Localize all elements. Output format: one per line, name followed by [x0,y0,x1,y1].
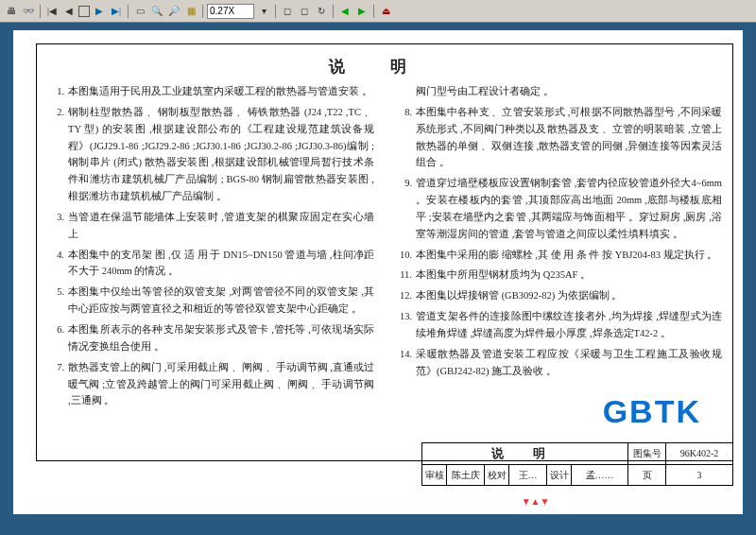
page-prev-icon[interactable]: ◀ [61,4,77,19]
separator [202,5,203,18]
tb-c7: 页 [628,465,666,485]
binoculars-icon[interactable]: 👓 [21,4,36,19]
list-item: 12.本图集以焊接钢管 (GB3092-82) 为依据编制 。 [395,287,722,304]
list-item: 13.管道支架各件的连接除图中缧纹连接者外 ,均为焊接 ,焊缝型式为连续堆角焊缝… [395,308,722,342]
item-number: 8. [395,104,412,171]
page: 说 明 1.本图集适用于民用及工业建筑室内采暖工程的散热器与管道安装 。2.钢制… [13,30,743,514]
list-item: 3.当管道在保温节能墙体上安装时 ,管道支架的棋聚应固定在实心墙上 [47,209,374,243]
tb-c1: 审核 [422,465,447,485]
item-text: 管道穿过墙壁楼板应设置钢制套管 ,套管内径应较管道外径大4~6mm 。安装在楼板… [416,175,722,242]
item-number: 2. [47,104,64,205]
item-number: 13. [395,308,412,342]
separator [275,5,276,18]
list-item: 10.本图集中采用的膨 缩螺栓 ,其 使 用 条 件 按 YBJ204-83 规… [395,247,722,264]
item-text: 本图集以焊接钢管 (GB3092-82) 为依据编制 。 [416,287,722,304]
tool-b-icon[interactable]: ◻ [297,4,312,19]
item-number: 7. [47,359,64,410]
page-box-icon[interactable] [78,6,90,17]
close-icon[interactable]: ⏏ [378,4,393,19]
item-text: 采暖散热器及管道安装工程应按《采暖与卫生工程施工及验收规范》(GBJ242-82… [416,346,722,380]
item-text: 本图集中采用的膨 缩螺栓 ,其 使 用 条 件 按 YBJ204-83 规定执行… [416,247,722,264]
list-item: 5.本图集中仅绘出等管径的双管支架 ,对两管管径不同的双管支架 ,其中心距应按与… [47,284,374,318]
tb-c3: 校对 [485,465,509,485]
item-text: 当管道在保温节能墙体上安装时 ,管道支架的棋聚应固定在实心墙上 [68,209,374,243]
tb-c5: 设计 [547,465,572,485]
item-text: 阀门型号由工程设计者确定 。 [416,83,722,100]
item-text: 本图集适用于民用及工业建筑室内采暖工程的散热器与管道安装 。 [68,83,374,100]
separator [373,5,374,18]
item-number: 6. [47,321,64,355]
separator [128,5,129,18]
tool-c-icon[interactable]: ↻ [314,4,329,19]
grid-icon[interactable]: ▦ [183,4,198,19]
footer: ▼▲▼ HTTP://WWW.CHINABUILDING.COM.CN [13,494,743,509]
toolbar: 🖶 👓 |◀ ◀ ▶ ▶| ▭ 🔍 🔎 ▦ ▾ ◻ ◻ ↻ ◀ ▶ ⏏ [0,0,756,23]
item-text: 本图集中所用型钢材质均为 Q235AF 。 [416,267,722,284]
item-text: 本图集中各种支 、立管安装形式 ,可根据不同散热器型号 ,不同采暖系统形式 ,不… [416,104,722,171]
item-number: 14. [395,346,412,380]
document-viewer: 说 明 1.本图集适用于民用及工业建筑室内采暖工程的散热器与管道安装 。2.钢制… [0,23,756,535]
item-text: 散热器支管上的阀门 ,可采用截止阀 、闸阀 、手动调节阀 ,直通或过暖气阀 ;立… [68,359,374,410]
list-item: 9.管道穿过墙壁楼板应设置钢制套管 ,套管内径应较管道外径大4~6mm 。安装在… [395,175,722,242]
list-item: 2.钢制柱型散热器 、钢制板型散热器 、铸铁散热器 (J24 ,T22 ,TC … [47,104,374,205]
list-item: 8.本图集中各种支 、立管安装形式 ,可根据不同散热器型号 ,不同采暖系统形式 … [395,104,722,171]
item-text: 本图集中仅绘出等管径的双管支架 ,对两管管径不同的双管支架 ,其中心距应按与两管… [68,284,374,318]
page-next-icon[interactable]: ▶ [92,4,107,19]
left-column: 1.本图集适用于民用及工业建筑室内采暖工程的散热器与管道安装 。2.钢制柱型散热… [47,83,374,454]
tool-a-icon[interactable]: ◻ [280,4,295,19]
zoom-out-icon[interactable]: 🔎 [166,4,181,19]
page-first-icon[interactable]: |◀ [44,4,60,19]
watermark: GBTK [603,387,701,437]
list-item: 14.采暖散热器及管道安装工程应按《采暖与卫生工程施工及验收规范》(GBJ242… [395,346,722,380]
item-number: 10. [395,247,412,264]
dropdown-icon[interactable]: ▾ [256,4,271,19]
footer-logo-icon: ▼▲▼ [522,494,550,509]
item-text: 钢制柱型散热器 、钢制板型散热器 、铸铁散热器 (J24 ,T22 ,TC 、T… [68,104,374,205]
tb-tuji-value: 96K402-2 [666,443,732,464]
nav-right-icon[interactable]: ▶ [354,4,369,19]
item-number: 5. [47,284,64,318]
item-number: 11. [395,267,412,284]
tb-c4: 王… [509,465,547,485]
tb-name: 说 明 [422,443,628,464]
zoom-input[interactable] [207,4,254,19]
title-block: 说 明 图集号 96K402-2 审核 陈土庆 校对 王… 设计 孟…… 页 3 [421,442,733,486]
tb-tuji-label: 图集号 [628,443,666,464]
list-item: 6.本图集所表示的各种支吊架安装形式及管卡 ,管托等 ,可依现场实际情况变换组合… [47,321,374,355]
footer-url: HTTP://WWW.CHINABUILDING.COM.CN [555,494,731,509]
page-last-icon[interactable]: ▶| [109,4,124,19]
list-item: 4.本图集中的支吊架 图 ,仅 适 用 于 DN15~DN150 管道与墙 ,柱… [47,247,374,281]
list-item: 7.散热器支管上的阀门 ,可采用截止阀 、闸阀 、手动调节阀 ,直通或过暖气阀 … [47,359,374,410]
page-title: 说 明 [13,55,743,79]
item-text: 本图集中的支吊架 图 ,仅 适 用 于 DN15~DN150 管道与墙 ,柱间净… [68,247,374,281]
item-text: 管道支架各件的连接除图中缧纹连接者外 ,均为焊接 ,焊缝型式为连续堆角焊缝 ,焊… [416,308,722,342]
item-number: 9. [395,175,412,242]
item-number: 12. [395,287,412,304]
tb-c6: 孟…… [572,465,628,485]
tb-c2: 陈土庆 [447,465,485,485]
item-number: 4. [47,247,64,281]
item-number: 3. [47,209,64,243]
print-icon[interactable]: 🖶 [4,4,19,19]
item-number [395,83,412,100]
separator [333,5,334,18]
list-item: 11.本图集中所用型钢材质均为 Q235AF 。 [395,267,722,284]
nav-left-icon[interactable]: ◀ [337,4,352,19]
separator [40,5,41,18]
zoom-in-icon[interactable]: 🔍 [149,4,164,19]
list-item: 1.本图集适用于民用及工业建筑室内采暖工程的散热器与管道安装 。 [47,83,374,100]
tb-c8: 3 [666,465,732,485]
fit-icon[interactable]: ▭ [132,4,147,19]
item-text: 本图集所表示的各种支吊架安装形式及管卡 ,管托等 ,可依现场实际情况变换组合使用… [68,321,374,355]
item-number: 1. [47,83,64,100]
list-item: 阀门型号由工程设计者确定 。 [395,83,722,100]
